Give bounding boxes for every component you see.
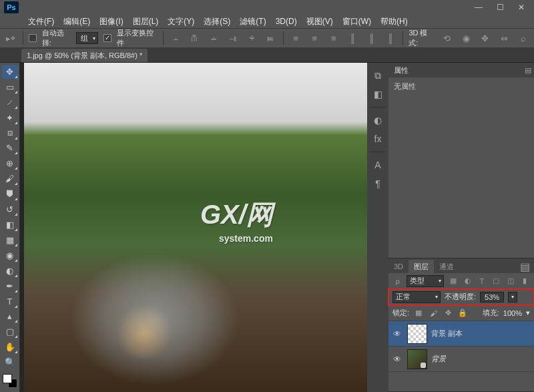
menu-view[interactable]: 视图(V)	[302, 16, 337, 27]
distribute-vcenter-icon[interactable]: ≡	[308, 31, 321, 45]
foreground-color[interactable]	[3, 374, 12, 383]
lock-position-icon[interactable]: ✥	[443, 308, 453, 319]
shape-tool[interactable]: ▢	[2, 325, 18, 339]
opacity-value[interactable]: 53%	[480, 292, 504, 303]
3d-roll-icon[interactable]: ◉	[459, 31, 473, 45]
pen-tool[interactable]: ✒	[2, 279, 18, 293]
filter-shape-icon[interactable]: ▢	[491, 275, 501, 287]
type-tool[interactable]: T	[2, 295, 18, 309]
auto-select-checkbox[interactable]	[29, 34, 36, 42]
adjustments-panel-icon[interactable]: ◐	[370, 113, 385, 128]
menu-file[interactable]: 文件(F)	[24, 16, 58, 27]
fill-value[interactable]: 100%	[503, 309, 522, 317]
canvas-area[interactable]: GX/网 system.com	[20, 63, 367, 392]
history-brush-tool[interactable]: ↺	[2, 202, 18, 216]
lasso-tool[interactable]: ⟋	[2, 95, 18, 110]
align-hcenter-icon[interactable]: ⫩	[245, 31, 258, 45]
menu-window[interactable]: 窗口(W)	[338, 16, 375, 27]
distribute-left-icon[interactable]: ║	[346, 31, 359, 45]
marquee-tool[interactable]: ▭	[2, 80, 18, 94]
layers-menu-icon[interactable]: ▤	[516, 260, 534, 273]
move-tool[interactable]: ✥	[2, 65, 18, 79]
minimize-button[interactable]: —	[469, 1, 489, 13]
tab-layers[interactable]: 图层	[409, 260, 434, 273]
layer-name[interactable]: 背景 副本	[431, 329, 463, 339]
paragraph-panel-icon[interactable]: ¶	[370, 176, 385, 191]
visibility-icon[interactable]: 👁	[391, 355, 403, 364]
fill-slider-icon[interactable]: ▾	[526, 309, 530, 317]
filter-kind-dropdown[interactable]: 类型	[407, 275, 444, 287]
hand-tool[interactable]: ✋	[2, 340, 18, 354]
blur-tool[interactable]: ◉	[2, 248, 18, 262]
menu-help[interactable]: 帮助(H)	[376, 16, 412, 27]
layer-name[interactable]: 背景	[431, 354, 446, 364]
distribute-bottom-icon[interactable]: ≡	[327, 31, 340, 45]
show-transform-checkbox[interactable]	[103, 34, 111, 42]
menu-image[interactable]: 图像(I)	[95, 16, 127, 27]
menu-edit[interactable]: 编辑(E)	[59, 16, 94, 27]
align-right-icon[interactable]: ⫢	[264, 31, 277, 45]
layer-thumbnail[interactable]	[407, 324, 427, 344]
distribute-top-icon[interactable]: ≡	[289, 31, 302, 45]
tab-3d[interactable]: 3D	[388, 260, 409, 273]
close-button[interactable]: ✕	[511, 1, 531, 13]
blend-mode-dropdown[interactable]: 正常	[392, 291, 441, 303]
align-vcenter-icon[interactable]: ⫚	[188, 31, 202, 45]
menu-type[interactable]: 文字(Y)	[164, 16, 198, 27]
filter-pixel-icon[interactable]: ▦	[448, 275, 458, 287]
brush-tool[interactable]: 🖌	[2, 172, 18, 186]
filter-type-icon[interactable]: T	[477, 275, 487, 287]
filter-adjust-icon[interactable]: ◐	[463, 275, 473, 287]
move-tool-indicator[interactable]: ▸✥	[4, 31, 17, 45]
layer-thumbnail[interactable]	[407, 349, 427, 369]
align-left-icon[interactable]: ⫣	[226, 31, 239, 45]
lock-pixels-icon[interactable]: 🖌	[428, 308, 439, 319]
filter-toggle[interactable]: ▮	[520, 275, 530, 287]
maximize-button[interactable]: ☐	[490, 1, 510, 13]
align-top-icon[interactable]: ⫠	[169, 31, 182, 45]
3d-orbit-icon[interactable]: ⟲	[441, 31, 454, 45]
lock-all-icon[interactable]: 🔒	[457, 308, 468, 319]
visibility-icon[interactable]: 👁	[391, 329, 403, 339]
filter-smart-icon[interactable]: ◫	[505, 275, 515, 287]
color-panel-icon[interactable]: ◧	[370, 87, 385, 102]
menu-select[interactable]: 选择(S)	[200, 16, 234, 27]
menu-filter[interactable]: 滤镜(T)	[236, 16, 270, 27]
menu-3d[interactable]: 3D(D)	[272, 17, 301, 26]
document-image[interactable]	[24, 63, 367, 392]
gradient-tool[interactable]: ▦	[2, 233, 18, 247]
align-bottom-icon[interactable]: ⫨	[207, 31, 220, 45]
crop-tool[interactable]: ⧈	[2, 126, 18, 140]
document-tab[interactable]: 1.jpg @ 50% (背景 副本, RGB/8#) *	[21, 49, 148, 62]
quick-select-tool[interactable]: ✦	[2, 111, 18, 125]
3d-slide-icon[interactable]: ⇔	[497, 31, 511, 45]
3d-zoom-icon[interactable]: ⌕	[516, 31, 529, 45]
properties-menu-icon[interactable]: ▤	[525, 66, 531, 75]
layer-row[interactable]: 👁 背景	[388, 347, 534, 372]
3d-pan-icon[interactable]: ✥	[479, 31, 492, 45]
show-transform-label: 显示变换控件	[117, 28, 158, 48]
filter-search-icon[interactable]: ρ	[392, 275, 403, 287]
layer-row[interactable]: 👁 背景 副本	[388, 321, 534, 347]
auto-select-dropdown[interactable]: 组	[76, 32, 98, 44]
character-panel-icon[interactable]: A	[370, 158, 385, 172]
history-panel-icon[interactable]: ⧉	[370, 68, 385, 83]
zoom-tool[interactable]: 🔍	[2, 355, 18, 369]
distribute-right-icon[interactable]: ║	[384, 31, 397, 45]
styles-panel-icon[interactable]: fx	[370, 132, 385, 146]
color-swatches[interactable]	[3, 374, 17, 388]
opacity-slider-icon[interactable]: ▾	[508, 292, 517, 303]
tab-channels[interactable]: 通道	[434, 260, 459, 273]
eraser-tool[interactable]: ◧	[2, 218, 18, 232]
auto-select-label: 自动选择:	[42, 28, 71, 48]
properties-title: 属性	[394, 65, 409, 75]
distribute-hcenter-icon[interactable]: ║	[365, 31, 378, 45]
lock-transparent-icon[interactable]: ▦	[413, 308, 424, 319]
toolbox: ✥ ▭ ⟋ ✦ ⧈ ✎ ⊕ 🖌 ⛊ ↺ ◧ ▦ ◉ ◐ ✒ T ▴ ▢ ✋ 🔍	[0, 63, 20, 392]
path-select-tool[interactable]: ▴	[2, 310, 18, 324]
dodge-tool[interactable]: ◐	[2, 264, 18, 278]
stamp-tool[interactable]: ⛊	[2, 187, 18, 201]
eyedropper-tool[interactable]: ✎	[2, 142, 18, 156]
menu-layer[interactable]: 图层(L)	[129, 16, 163, 27]
healing-tool[interactable]: ⊕	[2, 156, 18, 170]
